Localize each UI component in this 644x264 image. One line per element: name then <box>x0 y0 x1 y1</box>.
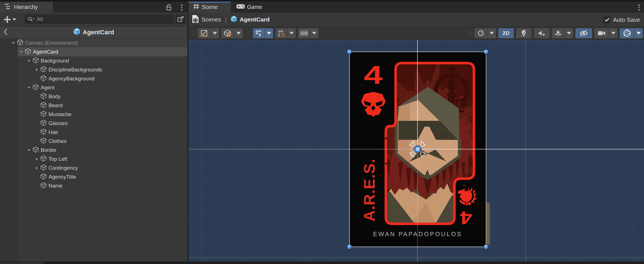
hierarchy-item-hair[interactable]: Hair <box>0 128 187 137</box>
hierarchy-item-label: Background <box>41 58 69 64</box>
breadcrumb-scenes[interactable]: Scenes <box>192 15 221 25</box>
spacer <box>35 95 39 99</box>
scene-view-options-group: 2D <box>469 28 643 38</box>
gameobject-cube-icon <box>40 164 47 172</box>
search-input[interactable]: All <box>25 15 174 24</box>
toolbar-grip[interactable] <box>469 30 472 37</box>
twist-expanded-icon[interactable] <box>27 148 31 152</box>
toolbar-grip[interactable] <box>192 30 195 37</box>
hierarchy-item-agentcard[interactable]: AgentCard <box>0 47 187 56</box>
gameobject-cube-icon <box>17 39 23 47</box>
lock-icon[interactable] <box>166 4 172 12</box>
picker-icon[interactable] <box>175 15 186 24</box>
back-icon[interactable] <box>3 28 8 37</box>
toolbar-grip[interactable] <box>248 30 250 37</box>
tab-hierarchy-label: Hierarchy <box>14 4 38 10</box>
tab-scene[interactable]: Scene <box>188 2 231 13</box>
hierarchy-item-background[interactable]: Background <box>0 56 187 65</box>
scene-viewport[interactable]: 4 A.R.E.S. 4 EWAN PAPADOPOULOS <box>188 40 644 261</box>
hierarchy-item-label: Name <box>49 183 63 189</box>
gameobject-cube-icon <box>40 129 47 136</box>
snap-increment-dropdown[interactable] <box>310 28 318 38</box>
prefab-title-label[interactable]: AgentCard <box>83 29 114 36</box>
gameobject-cube-icon <box>40 155 47 163</box>
draw-mode-button[interactable] <box>474 28 487 38</box>
camera-settings-dropdown[interactable] <box>609 28 618 38</box>
hierarchy-item-border[interactable]: Border <box>0 146 187 155</box>
agent-card[interactable]: 4 A.R.E.S. 4 EWAN PAPADOPOULOS <box>350 50 501 247</box>
tool-handle-rotation-button[interactable] <box>221 28 234 38</box>
hierarchy-item-contingency[interactable]: Contingency <box>0 164 187 172</box>
gameobject-cube-icon <box>40 182 47 189</box>
hierarchy-item-agencytitle[interactable]: AgencyTitle <box>0 172 187 181</box>
tool-handle-position-button[interactable] <box>198 28 210 38</box>
grid-axis-dropdown[interactable] <box>265 28 273 38</box>
scene-lighting-button[interactable] <box>516 28 532 38</box>
hierarchy-item-label: Contingency <box>49 165 78 171</box>
tab-hierarchy[interactable]: Hierarchy <box>0 2 53 13</box>
grid-snapping-button[interactable] <box>275 28 287 38</box>
gameobject-cube-icon <box>25 48 31 56</box>
hierarchy-item-body[interactable]: Body <box>0 92 187 101</box>
card-rank-bottom: 4 <box>460 208 472 228</box>
camera-settings-button[interactable] <box>594 28 609 38</box>
hierarchy-item-clothes[interactable]: Clothes <box>0 137 187 146</box>
draw-mode-dropdown[interactable] <box>488 28 496 38</box>
hierarchy-menu-icon[interactable] <box>181 4 183 11</box>
tool-handle-rotation-dropdown[interactable] <box>234 28 243 38</box>
pivot-gizmo[interactable] <box>414 145 422 153</box>
spacer <box>35 175 39 179</box>
twist-expanded-icon[interactable] <box>19 50 23 54</box>
hidden-objects-button[interactable] <box>575 28 592 38</box>
twist-collapsed-icon[interactable] <box>35 157 39 161</box>
hierarchy-item-glasses[interactable]: Glasses <box>0 119 187 128</box>
hierarchy-item-label: Clothes <box>49 138 66 144</box>
scene-gizmo-button[interactable] <box>620 28 634 38</box>
auto-save-toggle[interactable]: Auto Save <box>604 13 640 27</box>
twist-expanded-icon[interactable] <box>27 86 31 90</box>
gameobject-cube-icon <box>40 66 47 73</box>
effects-button[interactable] <box>552 28 565 38</box>
hierarchy-item-label: Body <box>49 93 60 100</box>
hierarchy-item-name[interactable]: Name <box>0 181 187 190</box>
audio-mute-button[interactable] <box>534 28 549 38</box>
twist-collapsed-icon[interactable] <box>35 68 39 72</box>
hierarchy-item-mustache[interactable]: Mustache <box>0 110 187 119</box>
hierarchy-item-beard[interactable]: Beard <box>0 101 187 110</box>
prefab-header: AgentCard <box>0 27 187 38</box>
spacer <box>35 121 39 125</box>
hierarchy-item-label: Beard <box>49 102 63 109</box>
twist-expanded-icon[interactable] <box>11 41 15 45</box>
create-button[interactable] <box>3 16 16 25</box>
background-object[interactable] <box>486 202 490 245</box>
spacer <box>35 104 39 107</box>
breadcrumb-current[interactable]: AgentCard <box>231 15 270 24</box>
2d-mode-button[interactable]: 2D <box>498 28 514 38</box>
bottom-dock-tab[interactable] <box>1 262 44 264</box>
spacer <box>35 184 39 188</box>
tool-handle-position-dropdown[interactable] <box>211 28 219 38</box>
hierarchy-item-label: Top Left <box>49 156 67 162</box>
hierarchy-item-agent[interactable]: Agent <box>0 83 187 92</box>
hierarchy-item-disciplinebackgrounds[interactable]: DisciplineBackgrounds <box>0 65 187 74</box>
hierarchy-item-label: Mustache <box>49 111 71 117</box>
hierarchy-item-canvas-environment-[interactable]: Canvas (Environment) <box>0 39 187 47</box>
twist-expanded-icon[interactable] <box>27 59 31 63</box>
breadcrumb-separator: | <box>225 16 227 23</box>
scene-menu-icon[interactable] <box>638 4 640 11</box>
scene-gizmo-dropdown[interactable] <box>635 28 643 38</box>
snap-increment-button[interactable] <box>298 28 310 38</box>
svg-text:Y: Y <box>258 33 261 37</box>
breadcrumb-root-label: Scenes <box>202 16 221 23</box>
tab-game[interactable]: Game <box>232 2 280 13</box>
gameobject-cube-icon <box>40 111 47 118</box>
effects-dropdown[interactable] <box>565 28 573 38</box>
twist-collapsed-icon[interactable] <box>35 166 39 170</box>
hierarchy-item-agencybackground[interactable]: AgencyBackground <box>0 74 187 83</box>
grid-axis-button[interactable]: Y <box>253 28 265 38</box>
hierarchy-item-top-left[interactable]: Top Left <box>0 155 187 164</box>
breadcrumb-current-label: AgentCard <box>240 16 270 23</box>
gameobject-cube-icon <box>40 120 47 127</box>
auto-save-checkbox[interactable] <box>604 16 610 23</box>
grid-snapping-dropdown[interactable] <box>287 28 296 38</box>
